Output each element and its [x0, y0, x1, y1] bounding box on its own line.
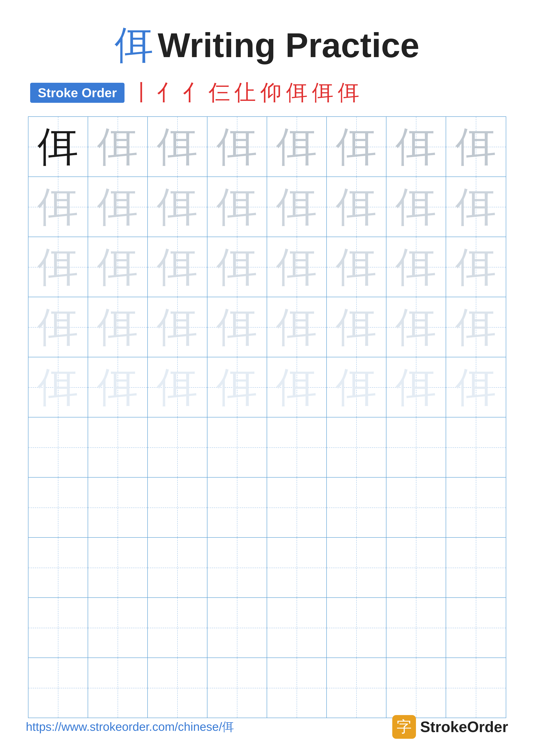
practice-char: 佴 — [276, 126, 317, 167]
practice-char: 佴 — [216, 367, 257, 408]
grid-cell[interactable]: 佴 — [148, 357, 207, 417]
grid-cell[interactable] — [446, 598, 506, 658]
stroke-9: 佴 — [338, 82, 359, 103]
stroke-5: 仩 — [234, 82, 256, 103]
grid-cell[interactable]: 佴 — [148, 117, 207, 176]
grid-cell[interactable]: 佴 — [387, 237, 446, 297]
grid-row-5: 佴 佴 佴 佴 佴 佴 佴 佴 — [28, 357, 506, 418]
grid-cell[interactable] — [267, 658, 327, 717]
grid-cell[interactable]: 佴 — [207, 237, 267, 297]
grid-cell[interactable] — [88, 477, 148, 537]
grid-cell[interactable] — [207, 598, 267, 658]
grid-cell[interactable]: 佴 — [446, 177, 506, 237]
grid-cell[interactable] — [28, 598, 88, 658]
stroke-2: 亻 — [157, 82, 178, 103]
grid-cell[interactable]: 佴 — [28, 117, 88, 176]
grid-cell[interactable]: 佴 — [88, 357, 148, 417]
grid-cell[interactable] — [267, 598, 327, 658]
grid-cell[interactable] — [387, 598, 446, 658]
grid-cell[interactable] — [387, 477, 446, 537]
grid-cell[interactable] — [148, 477, 207, 537]
grid-cell[interactable] — [446, 418, 506, 477]
grid-cell[interactable] — [387, 538, 446, 597]
grid-cell[interactable]: 佴 — [207, 177, 267, 237]
grid-cell[interactable]: 佴 — [327, 117, 387, 176]
grid-cell[interactable] — [267, 418, 327, 477]
practice-char: 佴 — [97, 307, 138, 348]
grid-cell[interactable] — [28, 477, 88, 537]
grid-cell[interactable] — [28, 658, 88, 717]
grid-cell[interactable]: 佴 — [88, 237, 148, 297]
practice-char: 佴 — [216, 126, 257, 167]
grid-cell[interactable]: 佴 — [327, 177, 387, 237]
grid-cell[interactable]: 佴 — [88, 117, 148, 176]
grid-cell[interactable] — [207, 418, 267, 477]
grid-cell[interactable]: 佴 — [148, 297, 207, 357]
grid-cell[interactable]: 佴 — [207, 117, 267, 176]
grid-cell[interactable]: 佴 — [267, 177, 327, 237]
logo-icon: 字 — [392, 715, 416, 739]
grid-cell[interactable] — [327, 538, 387, 597]
grid-cell[interactable]: 佴 — [446, 357, 506, 417]
grid-cell[interactable]: 佴 — [88, 177, 148, 237]
grid-cell[interactable] — [88, 658, 148, 717]
grid-cell[interactable]: 佴 — [446, 297, 506, 357]
practice-char: 佴 — [38, 307, 78, 348]
grid-cell[interactable] — [148, 598, 207, 658]
grid-cell[interactable]: 佴 — [267, 297, 327, 357]
grid-cell[interactable]: 佴 — [387, 297, 446, 357]
grid-cell[interactable]: 佴 — [327, 237, 387, 297]
logo-char: 字 — [396, 717, 412, 737]
grid-cell[interactable] — [387, 418, 446, 477]
title-character: 佴 — [114, 26, 153, 65]
grid-row-2: 佴 佴 佴 佴 佴 佴 佴 佴 — [28, 177, 506, 237]
grid-cell[interactable] — [28, 538, 88, 597]
grid-cell[interactable]: 佴 — [148, 237, 207, 297]
grid-row-6 — [28, 418, 506, 477]
practice-char: 佴 — [336, 186, 377, 228]
grid-cell[interactable]: 佴 — [28, 177, 88, 237]
grid-cell[interactable]: 佴 — [327, 297, 387, 357]
grid-cell[interactable]: 佴 — [267, 237, 327, 297]
grid-cell[interactable]: 佴 — [387, 357, 446, 417]
grid-cell[interactable] — [207, 477, 267, 537]
grid-cell[interactable]: 佴 — [28, 357, 88, 417]
grid-cell[interactable]: 佴 — [207, 357, 267, 417]
grid-cell[interactable]: 佴 — [28, 297, 88, 357]
grid-cell[interactable] — [148, 658, 207, 717]
grid-cell[interactable]: 佴 — [327, 357, 387, 417]
grid-cell[interactable]: 佴 — [446, 237, 506, 297]
practice-char: 佴 — [455, 247, 496, 287]
practice-char: 佴 — [216, 247, 257, 287]
practice-char: 佴 — [97, 367, 138, 408]
grid-cell[interactable] — [148, 538, 207, 597]
grid-cell[interactable] — [446, 538, 506, 597]
grid-cell[interactable]: 佴 — [387, 177, 446, 237]
grid-cell[interactable] — [207, 658, 267, 717]
grid-cell[interactable]: 佴 — [267, 357, 327, 417]
grid-cell[interactable] — [327, 477, 387, 537]
grid-cell[interactable] — [327, 598, 387, 658]
grid-cell[interactable] — [148, 418, 207, 477]
grid-cell[interactable] — [387, 658, 446, 717]
grid-row-9 — [28, 598, 506, 658]
grid-cell[interactable] — [446, 658, 506, 717]
grid-cell[interactable] — [88, 538, 148, 597]
practice-char: 佴 — [336, 247, 377, 287]
grid-cell[interactable]: 佴 — [148, 177, 207, 237]
grid-cell[interactable] — [28, 418, 88, 477]
grid-cell[interactable] — [207, 538, 267, 597]
grid-cell[interactable] — [446, 477, 506, 537]
grid-cell[interactable]: 佴 — [207, 297, 267, 357]
grid-cell[interactable] — [88, 418, 148, 477]
grid-cell[interactable]: 佴 — [88, 297, 148, 357]
grid-cell[interactable] — [327, 658, 387, 717]
grid-cell[interactable]: 佴 — [446, 117, 506, 176]
grid-cell[interactable]: 佴 — [267, 117, 327, 176]
grid-cell[interactable]: 佴 — [387, 117, 446, 176]
grid-cell[interactable] — [267, 477, 327, 537]
grid-cell[interactable] — [267, 538, 327, 597]
grid-cell[interactable] — [88, 598, 148, 658]
grid-cell[interactable]: 佴 — [28, 237, 88, 297]
grid-cell[interactable] — [327, 418, 387, 477]
